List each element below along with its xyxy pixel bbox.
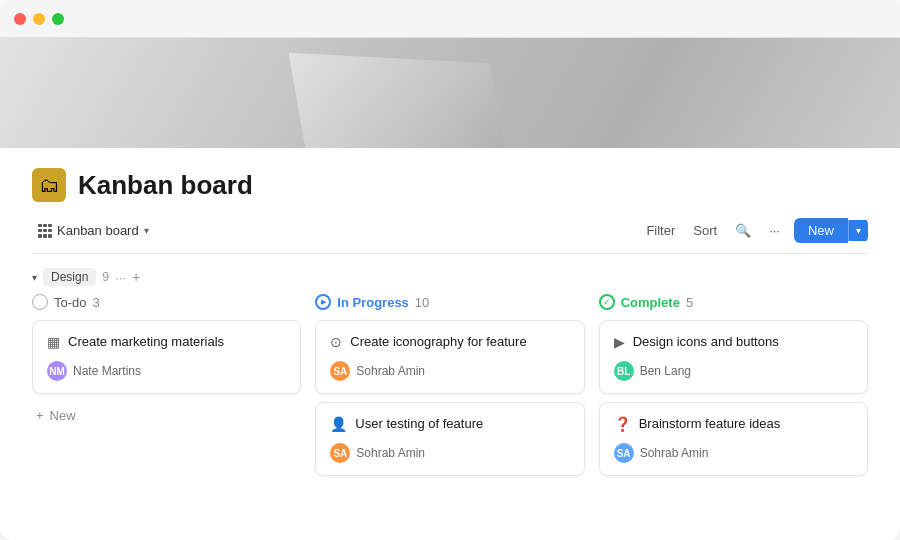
- new-dropdown-button[interactable]: ▾: [848, 220, 868, 241]
- new-card-label: New: [50, 408, 76, 423]
- card-title: User testing of feature: [355, 415, 483, 433]
- complete-label: Complete: [621, 295, 680, 310]
- card-create-iconography[interactable]: ⊙ Create iconography for feature SA Sohr…: [315, 320, 584, 394]
- close-dot[interactable]: [14, 13, 26, 25]
- card-title-row: ⊙ Create iconography for feature: [330, 333, 569, 351]
- card-title: Create iconography for feature: [350, 333, 526, 351]
- card-play-icon: ▶: [614, 334, 625, 350]
- column-header-todo: To-do 3: [32, 294, 301, 310]
- card-calendar-icon: ▦: [47, 334, 60, 350]
- new-button-group: New ▾: [794, 218, 868, 243]
- card-assignee: SA Sohrab Amin: [330, 361, 569, 381]
- column-complete: ✓ Complete 5 ▶ Design icons and buttons …: [599, 294, 868, 484]
- complete-count: 5: [686, 295, 693, 310]
- assignee-name: Sohrab Amin: [356, 446, 425, 460]
- page-icon: 🗂: [32, 168, 66, 202]
- view-label: Kanban board: [57, 223, 139, 238]
- title-bar: [0, 0, 900, 38]
- more-options-button[interactable]: ···: [765, 221, 784, 240]
- card-icon-target: ⊙: [330, 334, 342, 350]
- column-inprogress: In Progress 10 ⊙ Create iconography for …: [315, 294, 584, 484]
- assignee-name: Sohrab Amin: [356, 364, 425, 378]
- card-assignee: SA Sohrab Amin: [330, 443, 569, 463]
- card-title: Brainstorm feature ideas: [639, 415, 781, 433]
- toolbar-right: Filter Sort 🔍 ··· New ▾: [642, 218, 868, 243]
- avatar: SA: [330, 443, 350, 463]
- hero-shapes: [0, 38, 900, 148]
- group-add-button[interactable]: +: [132, 269, 140, 285]
- card-assignee: SA Sohrab Amin: [614, 443, 853, 463]
- toolbar-left: Kanban board ▾: [32, 220, 638, 241]
- column-todo: To-do 3 ▦ Create marketing materials NM …: [32, 294, 301, 484]
- toolbar: Kanban board ▾ Filter Sort 🔍 ··· New ▾: [32, 218, 868, 254]
- card-title-row: 👤 User testing of feature: [330, 415, 569, 433]
- group-count: 9: [102, 270, 109, 284]
- assignee-name: Ben Lang: [640, 364, 691, 378]
- group-header: ▾ Design 9 ··· +: [32, 268, 868, 286]
- card-user-testing[interactable]: 👤 User testing of feature SA Sohrab Amin: [315, 402, 584, 476]
- card-question-icon: ❓: [614, 416, 631, 432]
- minimize-dot[interactable]: [33, 13, 45, 25]
- group-collapse-icon[interactable]: ▾: [32, 272, 37, 283]
- card-title-row: ▦ Create marketing materials: [47, 333, 286, 351]
- card-title-row: ❓ Brainstorm feature ideas: [614, 415, 853, 433]
- page-title-area: 🗂 Kanban board: [32, 168, 868, 202]
- avatar: NM: [47, 361, 67, 381]
- card-title: Design icons and buttons: [633, 333, 779, 351]
- page-content: 🗂 Kanban board Kanban board ▾ Filter Sor…: [0, 148, 900, 484]
- group-tag: Design: [43, 268, 96, 286]
- todo-label: To-do: [54, 295, 87, 310]
- avatar: SA: [330, 361, 350, 381]
- assignee-name: Sohrab Amin: [640, 446, 709, 460]
- new-button[interactable]: New: [794, 218, 848, 243]
- view-selector-button[interactable]: Kanban board ▾: [32, 220, 155, 241]
- plus-icon: +: [36, 408, 44, 423]
- card-user-icon: 👤: [330, 416, 347, 432]
- card-assignee: NM Nate Martins: [47, 361, 286, 381]
- group-more-button[interactable]: ···: [115, 270, 126, 285]
- sort-button[interactable]: Sort: [689, 221, 721, 240]
- todo-count: 3: [93, 295, 100, 310]
- inprogress-count: 10: [415, 295, 429, 310]
- column-header-inprogress: In Progress 10: [315, 294, 584, 310]
- inprogress-label: In Progress: [337, 295, 409, 310]
- avatar: SA: [614, 443, 634, 463]
- avatar: BL: [614, 361, 634, 381]
- complete-status-icon: ✓: [599, 294, 615, 310]
- chevron-down-icon: ▾: [144, 225, 149, 236]
- todo-status-icon: [32, 294, 48, 310]
- page-title: Kanban board: [78, 170, 253, 201]
- add-todo-card-button[interactable]: + New: [32, 402, 301, 429]
- column-header-complete: ✓ Complete 5: [599, 294, 868, 310]
- filter-button[interactable]: Filter: [642, 221, 679, 240]
- card-title-row: ▶ Design icons and buttons: [614, 333, 853, 351]
- card-brainstorm[interactable]: ❓ Brainstorm feature ideas SA Sohrab Ami…: [599, 402, 868, 476]
- card-title: Create marketing materials: [68, 333, 224, 351]
- hero-image: [0, 38, 900, 148]
- card-create-marketing[interactable]: ▦ Create marketing materials NM Nate Mar…: [32, 320, 301, 394]
- grid-icon: [38, 224, 52, 238]
- card-design-icons[interactable]: ▶ Design icons and buttons BL Ben Lang: [599, 320, 868, 394]
- search-icon-button[interactable]: 🔍: [731, 221, 755, 240]
- maximize-dot[interactable]: [52, 13, 64, 25]
- assignee-name: Nate Martins: [73, 364, 141, 378]
- kanban-board: To-do 3 ▦ Create marketing materials NM …: [32, 294, 868, 484]
- card-assignee: BL Ben Lang: [614, 361, 853, 381]
- inprogress-status-icon: [315, 294, 331, 310]
